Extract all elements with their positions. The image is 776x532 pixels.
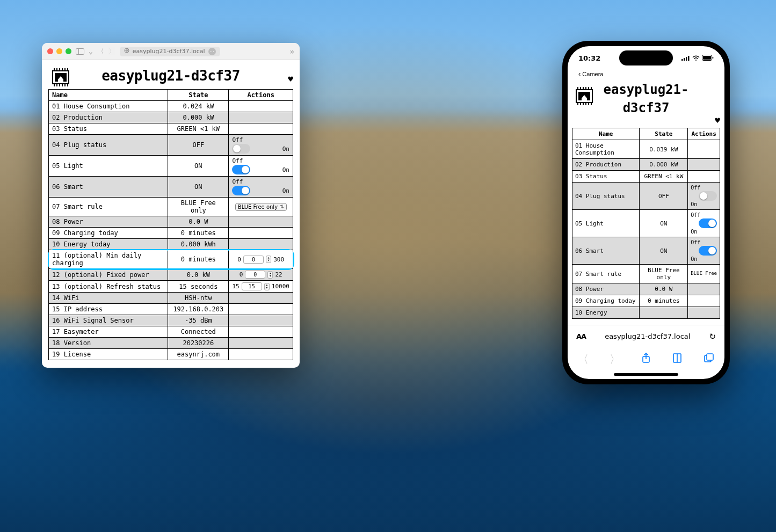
svg-rect-23 <box>713 56 714 59</box>
overflow-button[interactable]: » <box>290 47 294 56</box>
stepper-icon[interactable]: ▴▾ <box>264 283 270 290</box>
off-label: Off <box>691 185 700 191</box>
row-actions <box>229 326 293 338</box>
back-button[interactable]: 〈 <box>97 47 104 56</box>
sidebar-toggle-icon[interactable] <box>76 48 84 55</box>
tabs-icon[interactable] <box>704 353 714 366</box>
row-name: 01 House Consumption <box>49 101 168 112</box>
back-chevron-icon[interactable]: ‹ <box>578 70 581 78</box>
wifi-icon <box>692 54 700 62</box>
row-name: 02 Production <box>572 159 640 171</box>
reader-icon[interactable]: ⋯ <box>208 48 216 55</box>
chip-home-icon[interactable] <box>48 67 73 88</box>
heart-icon[interactable]: ♥ <box>715 115 720 126</box>
row-name: 02 Production <box>49 112 168 123</box>
forward-button[interactable]: 〉 <box>108 47 115 56</box>
row-state: OFF <box>640 183 688 210</box>
row-state: 0.0 W <box>640 283 688 295</box>
row-state: 0.0 kW <box>168 269 229 281</box>
table-row: 02 Production0.000 kW <box>572 159 720 171</box>
row-state: ON <box>640 210 688 237</box>
svg-rect-20 <box>688 56 690 61</box>
number-input[interactable] <box>245 271 265 279</box>
row-actions <box>229 101 293 112</box>
toggle-switch[interactable] <box>232 186 250 195</box>
minimize-window-button[interactable] <box>56 48 62 54</box>
row-name: 12 (optional) Fixed power <box>49 269 168 281</box>
stepper-icon[interactable]: ▴▾ <box>267 271 273 279</box>
row-name: 06 Smart <box>572 237 640 265</box>
dropdown-chevron-icon[interactable]: ⌄ <box>89 47 93 55</box>
camera-breadcrumb[interactable]: Camera <box>582 71 603 77</box>
phone-screen: 10:32 ‹ Camera <box>568 46 724 379</box>
toggle-switch[interactable] <box>699 191 717 201</box>
home-indicator[interactable] <box>614 373 678 376</box>
row-actions: OffOn <box>688 237 720 265</box>
table-row: 08 Power0.0 W <box>49 216 293 228</box>
row-actions: OffOn <box>229 177 293 198</box>
num-max: 10000 <box>272 283 289 290</box>
browser-window: ⌄ 〈 〉 easyplug21-d3cf37.local ⋯ » <box>42 43 300 368</box>
toggle-switch[interactable] <box>699 246 717 256</box>
text-size-button[interactable]: AA <box>576 332 586 340</box>
row-actions <box>229 123 293 135</box>
bookmarks-icon[interactable] <box>672 353 683 366</box>
row-actions: BLUE Free <box>688 265 720 283</box>
address-bar[interactable]: easyplug21-d3cf37.local ⋯ <box>120 47 220 56</box>
on-label: On <box>282 145 289 152</box>
table-row: 05 LightONOffOn <box>49 156 293 177</box>
row-name: 06 Smart <box>49 177 168 198</box>
table-row: 10 Energy <box>572 307 720 319</box>
maximize-window-button[interactable] <box>66 48 71 54</box>
row-actions: OffOn <box>229 135 293 156</box>
browser-titlebar: ⌄ 〈 〉 easyplug21-d3cf37.local ⋯ » <box>42 43 300 60</box>
back-button[interactable]: 〈 <box>578 352 589 367</box>
table-row: 09 Charging today0 minutes <box>572 295 720 307</box>
row-state: 0 minutes <box>168 250 229 269</box>
row-state: 0 minutes <box>640 295 688 307</box>
number-input[interactable] <box>242 282 262 290</box>
table-row: 08 Power0.0 W <box>572 283 720 295</box>
row-actions <box>229 293 293 304</box>
row-state: BLUE Free only <box>640 265 688 283</box>
forward-button[interactable]: 〉 <box>610 352 620 367</box>
on-label: On <box>691 201 697 207</box>
row-actions: 15▴▾10000 <box>229 281 293 293</box>
phone-toolbar: 〈 〉 <box>568 347 724 371</box>
signal-icon <box>681 54 690 62</box>
reload-icon[interactable]: ↻ <box>709 332 716 341</box>
close-window-button[interactable] <box>47 48 53 54</box>
table-row: 12 (optional) Fixed power0.0 kW0▴▾22 <box>49 269 293 281</box>
rule-select[interactable]: BLUE Free only⇅ <box>235 203 287 211</box>
on-label: On <box>691 229 697 235</box>
off-label: Off <box>232 157 243 164</box>
row-actions <box>229 112 293 123</box>
row-actions: OffOn <box>229 156 293 177</box>
phone-address-bar[interactable]: AA easyplug21-d3cf37.local ↻ <box>568 325 724 347</box>
chip-home-icon[interactable] <box>572 85 597 107</box>
battery-icon <box>702 54 714 62</box>
toggle-switch[interactable] <box>232 144 250 154</box>
stepper-icon[interactable]: ▴▾ <box>266 256 271 263</box>
table-row: 03 StatusGREEN <1 kW <box>49 123 293 135</box>
svg-rect-22 <box>703 56 711 60</box>
row-name: 17 Easymeter <box>49 326 168 338</box>
rule-select[interactable]: BLUE Free <box>691 271 717 276</box>
share-icon[interactable] <box>641 353 651 366</box>
number-input[interactable] <box>243 256 264 264</box>
table-row: 17 EasymeterConnected <box>49 326 293 338</box>
url-text: easyplug21-d3cf37.local <box>133 48 205 55</box>
row-state: 0.000 kW <box>168 112 229 123</box>
status-table: Name State Actions 01 House Consumption0… <box>48 89 293 360</box>
phone-page-header: easyplug21-d3cf37 ♥ <box>572 79 720 128</box>
table-row: 18 Version20230226 <box>49 338 293 349</box>
row-name: 13 (optional) Refresh status <box>49 281 168 293</box>
table-row: 11 (optional) Min daily charging0 minute… <box>49 250 293 269</box>
num-max: 22 <box>275 271 282 278</box>
toggle-switch[interactable] <box>699 218 717 228</box>
col-state: State <box>168 90 229 101</box>
row-state: BLUE Free only <box>168 198 229 216</box>
row-name: 18 Version <box>49 338 168 349</box>
toggle-switch[interactable] <box>232 165 250 174</box>
heart-icon[interactable]: ♥ <box>288 74 293 84</box>
